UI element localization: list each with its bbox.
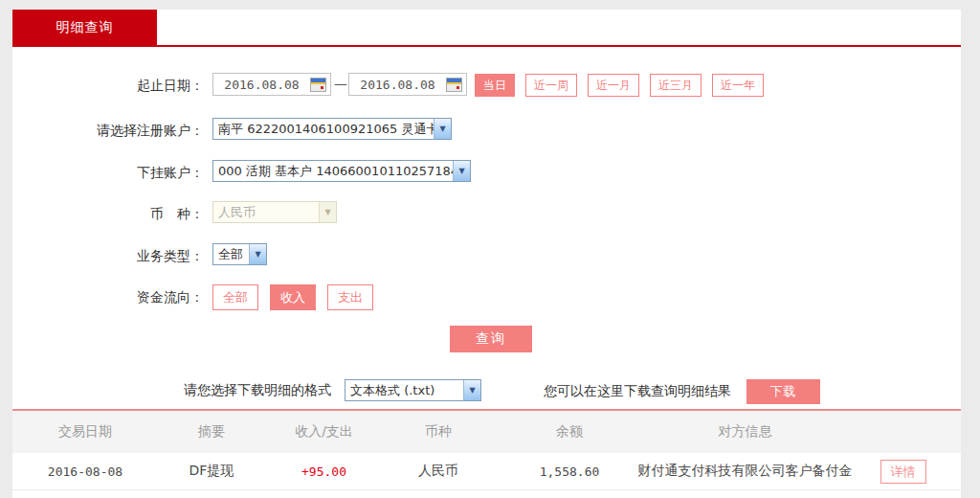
calendar-icon[interactable]	[446, 78, 462, 92]
register-account-value: 南平 6222001406100921065 灵通卡	[213, 121, 434, 138]
header-summary: 摘要	[158, 411, 265, 453]
chevron-down-icon: ▼	[319, 202, 336, 222]
detail-button[interactable]: 详情	[880, 460, 926, 484]
fund-flow-group: 全部 收入 支出	[212, 284, 373, 310]
header-counterparty: 对方信息	[645, 411, 845, 453]
quick-range-month-button[interactable]: 近一月	[588, 74, 639, 97]
quick-range-today-button[interactable]: 当日	[475, 74, 515, 97]
table-row: 2016-08-08 DF提现 +95.00 人民币 1,558.60 财付通支…	[12, 453, 961, 490]
chevron-down-icon: ▼	[463, 380, 480, 400]
quick-range-year-button[interactable]: 近一年	[712, 74, 764, 97]
fund-flow-label: 资金流向：	[51, 287, 204, 306]
chevron-down-icon: ▼	[434, 119, 451, 139]
header-currency: 币种	[383, 411, 494, 453]
start-date-input[interactable]: 2016.08.08	[212, 73, 331, 96]
business-type-value: 全部	[213, 246, 249, 263]
quick-range-week-button[interactable]: 近一周	[525, 74, 577, 97]
header-income-expense: 收入/支出	[265, 411, 383, 453]
business-type-label: 业务类型：	[51, 246, 204, 265]
sub-account-select[interactable]: 000 活期 基本户 1406600101102571848 ▼	[212, 160, 471, 182]
currency-value: 人民币	[213, 204, 319, 221]
fund-flow-income-button[interactable]: 收入	[270, 284, 316, 310]
cell-counterparty: 财付通支付科技有限公司客户备付金	[645, 453, 845, 489]
date-range-label: 起止日期：	[51, 76, 204, 95]
header-actions	[845, 411, 961, 453]
cell-amount: +95.00	[265, 453, 383, 489]
fund-flow-all-button[interactable]: 全部	[212, 284, 258, 310]
cell-currency: 人民币	[383, 453, 494, 489]
cell-trade-date: 2016-08-08	[12, 453, 158, 489]
download-hint: 您可以在这里下载查询明细结果	[544, 383, 731, 400]
detail-query-page: 明细查询 起止日期： 2016.08.08 — 2016.08.08 当日 近一…	[0, 0, 980, 498]
register-account-label: 请选择注册账户：	[51, 121, 204, 140]
cell-balance: 1,558.60	[494, 453, 645, 489]
chevron-down-icon: ▼	[453, 161, 470, 181]
end-date-input[interactable]: 2016.08.08	[348, 73, 467, 96]
query-button[interactable]: 查询	[450, 326, 532, 352]
register-account-select[interactable]: 南平 6222001406100921065 灵通卡 ▼	[212, 118, 452, 140]
chevron-down-icon: ▼	[249, 244, 266, 264]
download-button[interactable]: 下载	[746, 379, 820, 404]
currency-label: 币 种：	[51, 204, 204, 223]
table-header-row: 交易日期 摘要 收入/支出 币种 余额 对方信息	[12, 411, 961, 453]
header-balance: 余额	[494, 411, 645, 453]
business-type-select[interactable]: 全部 ▼	[212, 243, 267, 265]
header-trade-date: 交易日期	[12, 411, 158, 453]
tab-detail-query[interactable]: 明细查询	[12, 10, 157, 45]
download-format-select[interactable]: 文本格式 (.txt) ▼	[345, 379, 481, 401]
currency-select-disabled: 人民币 ▼	[212, 201, 337, 223]
download-format-label: 请您选择下载明细的格式	[184, 382, 331, 399]
download-format-value: 文本格式 (.txt)	[345, 382, 463, 399]
start-date-value: 2016.08.08	[213, 78, 310, 92]
quick-range-group: 当日 近一周 近一月 近三月 近一年	[475, 74, 764, 97]
sub-account-label: 下挂账户：	[51, 163, 204, 182]
cell-summary: DF提现	[158, 453, 265, 489]
calendar-icon[interactable]	[310, 78, 326, 92]
fund-flow-expense-button[interactable]: 支出	[327, 284, 373, 310]
sub-account-value: 000 活期 基本户 1406600101102571848	[213, 163, 453, 180]
quick-range-3months-button[interactable]: 近三月	[650, 74, 702, 97]
date-separator: —	[334, 76, 347, 91]
end-date-value: 2016.08.08	[349, 78, 446, 92]
